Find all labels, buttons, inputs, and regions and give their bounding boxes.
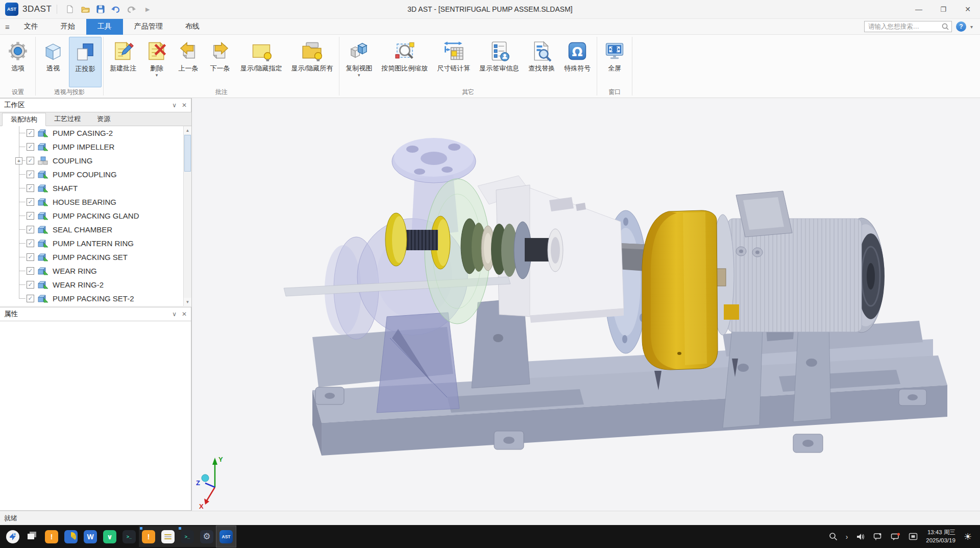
- tree-row[interactable]: ✓ PUMP LANTERN RING: [0, 236, 191, 250]
- feedback-icon[interactable]: [873, 533, 883, 541]
- tree-row[interactable]: ✓ PUMP PACKING SET: [0, 250, 191, 264]
- options-button[interactable]: 选项: [2, 37, 34, 87]
- checkbox-checked[interactable]: ✓: [27, 212, 34, 220]
- tree-row[interactable]: ✓ PUMP PACKING SET-2: [0, 292, 191, 305]
- copy-view-button[interactable]: 复制视图 ▾: [341, 37, 377, 87]
- close-button[interactable]: ✕: [955, 0, 980, 19]
- next-annotation-button[interactable]: 下一条: [204, 37, 236, 87]
- dropdown-arrow-icon[interactable]: ▾: [156, 73, 158, 78]
- start-button[interactable]: [3, 526, 22, 547]
- close-panel-icon[interactable]: ✕: [182, 311, 187, 318]
- new-file-button[interactable]: [62, 3, 78, 16]
- note-arrow-left-icon: [177, 38, 200, 64]
- tree-scrollbar[interactable]: ▲ ▼: [183, 126, 191, 306]
- viewport-3d[interactable]: Y X Z: [192, 98, 980, 511]
- tab-assembly-structure[interactable]: 装配结构: [2, 113, 46, 126]
- assembly-icon: [38, 156, 48, 165]
- scroll-up-icon[interactable]: ▲: [184, 126, 191, 134]
- task-view-button[interactable]: [22, 526, 42, 547]
- save-button[interactable]: [93, 3, 108, 16]
- scale-by-diagram-button[interactable]: 按简图比例缩放: [377, 37, 432, 87]
- checkbox-checked[interactable]: ✓: [27, 171, 34, 178]
- taskbar-app-settings-open[interactable]: ⚙: [197, 526, 216, 547]
- minimize-button[interactable]: —: [906, 0, 931, 19]
- checkbox-checked[interactable]: ✓: [27, 129, 34, 137]
- divider: [35, 37, 36, 96]
- show-sign-info-button[interactable]: 显示签审信息: [475, 37, 524, 87]
- running-indicator: [179, 527, 181, 530]
- quick-access-more-button[interactable]: ▶: [139, 3, 154, 16]
- taskbar-app-wps[interactable]: W: [81, 526, 100, 547]
- expand-node-button[interactable]: +: [15, 157, 22, 164]
- special-symbol-button[interactable]: Ω 特殊符号: [559, 37, 595, 87]
- checkbox-checked[interactable]: ✓: [27, 184, 34, 192]
- checkbox-checked[interactable]: ✓: [27, 253, 34, 261]
- checkbox-checked[interactable]: ✓: [27, 240, 34, 247]
- close-panel-icon[interactable]: ✕: [182, 102, 187, 109]
- taskbar-app-alert[interactable]: !: [42, 526, 61, 547]
- tree-row[interactable]: ✓ SHAFT: [0, 181, 191, 195]
- orientation-triad[interactable]: Y X Z: [196, 456, 223, 510]
- orthographic-button[interactable]: 正投影: [69, 37, 102, 87]
- help-button[interactable]: ?: [956, 21, 966, 32]
- dropdown-arrow-icon[interactable]: ▾: [358, 73, 360, 78]
- taskbar-app-terminal[interactable]: >_: [119, 526, 139, 547]
- new-annotation-button[interactable]: 新建批注: [105, 37, 141, 87]
- sun-icon[interactable]: ☀: [964, 531, 972, 542]
- checkbox-checked[interactable]: ✓: [27, 295, 34, 302]
- tree-row[interactable]: ✓ PUMP COUPLING: [0, 168, 191, 181]
- dimension-chain-button[interactable]: 尺寸链计算: [432, 37, 475, 87]
- hamburger-icon[interactable]: ≡: [5, 22, 10, 31]
- checkbox-checked[interactable]: ✓: [27, 157, 34, 164]
- find-replace-button[interactable]: 查找替换: [524, 37, 559, 87]
- checkbox-checked[interactable]: ✓: [27, 226, 34, 233]
- tree-row[interactable]: ✓ COUPLING: [0, 154, 191, 168]
- scroll-down-icon[interactable]: ▼: [184, 298, 191, 306]
- menu-tab-tools[interactable]: 工具: [86, 19, 123, 35]
- notifications-icon[interactable]: [891, 533, 900, 541]
- undo-button[interactable]: [108, 3, 124, 16]
- taskbar-app-green[interactable]: ∨: [100, 526, 119, 547]
- delete-annotation-button[interactable]: 删除 ▾: [141, 37, 173, 87]
- taskbar-app-document-open[interactable]: [158, 526, 178, 547]
- taskbar-app-browser[interactable]: [61, 526, 81, 547]
- perspective-button[interactable]: 透视: [37, 37, 69, 87]
- collapse-panel-icon[interactable]: ∨: [172, 102, 177, 109]
- checkbox-checked[interactable]: ✓: [27, 143, 34, 151]
- input-method-icon[interactable]: [909, 533, 918, 540]
- checkbox-checked[interactable]: ✓: [27, 267, 34, 275]
- menu-tab-routing[interactable]: 布线: [174, 19, 211, 35]
- tray-expand-icon[interactable]: ›: [846, 533, 848, 541]
- maximize-button[interactable]: ❐: [931, 0, 955, 19]
- volume-icon[interactable]: [856, 533, 865, 541]
- tree-row[interactable]: ✓ SEAL CHAMBER: [0, 223, 191, 236]
- menu-tab-file[interactable]: 文件: [13, 19, 50, 35]
- taskbar-app-alert-open[interactable]: !: [139, 526, 158, 547]
- checkbox-checked[interactable]: ✓: [27, 198, 34, 206]
- taskbar-app-terminal-open[interactable]: >_: [178, 526, 197, 547]
- open-file-button[interactable]: [78, 3, 93, 16]
- tree-row[interactable]: ✓ PUMP IMPELLER: [0, 140, 191, 154]
- tree-row[interactable]: ✓ PUMP PACKING GLAND: [0, 209, 191, 223]
- fullscreen-button[interactable]: 全屏: [599, 37, 630, 87]
- show-hide-all-button[interactable]: 显示/隐藏所有: [287, 37, 338, 87]
- tab-resources[interactable]: 资源: [89, 112, 118, 126]
- show-hide-selected-button[interactable]: 显示/隐藏指定: [236, 37, 287, 87]
- scrollbar-thumb[interactable]: [184, 135, 191, 172]
- tree-row[interactable]: ✓ PUMP CASING-2: [0, 126, 191, 140]
- redo-button[interactable]: [124, 3, 139, 16]
- tree-row[interactable]: ✓ HOUSE BEARING: [0, 195, 191, 209]
- search-input[interactable]: [864, 21, 952, 32]
- previous-annotation-button[interactable]: 上一条: [173, 37, 204, 87]
- tab-process[interactable]: 工艺过程: [46, 112, 89, 126]
- tree-row[interactable]: ✓ WEAR RING: [0, 264, 191, 278]
- taskbar-app-ast-active[interactable]: AST: [216, 526, 236, 547]
- collapse-panel-icon[interactable]: ∨: [172, 311, 177, 318]
- taskbar-clock[interactable]: 13:43 周三 2025/03/19: [926, 529, 955, 544]
- chevron-down-icon[interactable]: ▾: [970, 24, 973, 30]
- menu-tab-product-management[interactable]: 产品管理: [123, 19, 174, 35]
- menu-tab-home[interactable]: 开始: [50, 19, 86, 35]
- taskbar-search-icon[interactable]: [829, 532, 838, 541]
- tree-row[interactable]: ✓ WEAR RING-2: [0, 278, 191, 292]
- checkbox-checked[interactable]: ✓: [27, 281, 34, 289]
